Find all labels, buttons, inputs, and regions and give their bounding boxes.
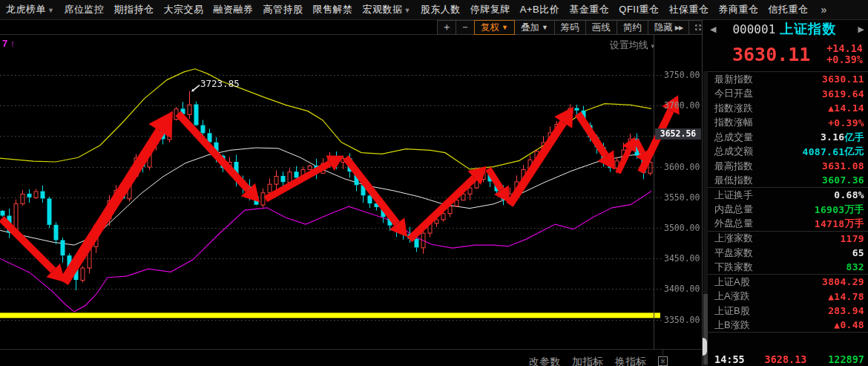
chart-toolbar: ＋－复权▼叠加▼筹码画线简约隐藏▶▶	[438, 20, 708, 35]
stat-value: 283.94	[828, 305, 864, 316]
toolbar-button[interactable]: 叠加▼	[514, 20, 555, 35]
toolbar-button[interactable]: 复权▼	[474, 20, 515, 35]
menu-item[interactable]: A+B比价	[520, 3, 559, 16]
tick-row: 14:553628.13122897	[708, 352, 868, 366]
menu-item[interactable]: 融资融券	[213, 3, 253, 16]
price-change-pct: +0.39%	[826, 54, 863, 65]
menu-item[interactable]: 高管持股	[263, 3, 303, 16]
menu-item[interactable]: 限售解禁	[312, 3, 352, 16]
menu-item[interactable]: 停牌复牌	[470, 3, 510, 16]
chevron-down-icon: ▼	[502, 24, 508, 31]
stat-value: 832	[846, 261, 864, 272]
stat-value: 3.16	[821, 131, 845, 143]
stat-value: 4087.61	[803, 146, 845, 157]
toolbar-button[interactable]: 筹码	[554, 20, 586, 35]
stock-app-window: 龙虎榜单▼席位监控期指持仓大宗交易融资融券高管持股限售解禁宏观数据▼股东人数停牌…	[0, 0, 868, 366]
candlestick-chart-panel: 3750.003700.003650.003600.003550.003500.…	[0, 35, 702, 349]
axis-tick-label: 3500.00	[664, 223, 707, 233]
stat-row: 上涨家数1179	[708, 232, 868, 246]
ma-settings-button[interactable]: 设置均线 ▾	[610, 39, 654, 52]
axis-tick-label: 3600.00	[664, 162, 707, 172]
menu-item[interactable]: QFII重仓	[619, 3, 659, 16]
stat-label: 上证换手	[714, 189, 753, 202]
stat-row: 上证B股283.94	[708, 304, 868, 318]
current-price-tag: 3652.56	[655, 128, 701, 140]
stat-label: 上B涨跌	[714, 318, 750, 332]
indicator-action[interactable]: 改参数	[529, 356, 560, 366]
buy-signal-marker: 7 ↑	[2, 38, 15, 49]
stat-value: 65	[852, 247, 864, 258]
tick-price: 3628.13	[753, 353, 818, 365]
stat-row: 指数涨幅+0.39%	[708, 116, 868, 131]
indicator-action[interactable]: 加指标	[572, 356, 603, 366]
last-price: 3630.11	[732, 44, 810, 65]
toolbar-button-label: 简约	[623, 22, 642, 34]
stat-unit: 亿手	[844, 131, 864, 144]
stat-row: 总成交额4087.61亿元	[708, 145, 868, 160]
stat-value: 3619.64	[822, 88, 864, 99]
menu-item[interactable]: 券商重仓	[719, 3, 759, 16]
stat-value: 16903	[815, 204, 845, 215]
stat-label: 上证B股	[714, 304, 750, 318]
price-change: +14.14	[826, 43, 863, 54]
stat-label: 总成交额	[714, 145, 753, 158]
menu-item[interactable]: 大宗交易	[163, 3, 203, 16]
toolbar-button-label: －	[460, 21, 470, 34]
stat-value: ▲14.14	[828, 102, 864, 114]
stat-label: 最高指数	[714, 160, 753, 173]
tick-time: 14:55	[714, 353, 753, 365]
quote-panel: ◀ 000001 上证指数 ▶ 3630.11 +14.14 +0.39% 最新…	[702, 20, 868, 366]
stat-label: 总成交量	[714, 131, 753, 144]
stat-label: 上证A股	[714, 275, 750, 289]
stat-row: 指数涨跌▲14.14	[708, 101, 868, 116]
menu-item[interactable]: 信托重仓	[769, 3, 809, 16]
menu-item[interactable]: 基金重仓	[569, 3, 609, 16]
next-stock-arrow[interactable]: ▶	[858, 24, 864, 34]
toolbar-button-label: 叠加	[521, 22, 539, 34]
stat-label: 平盘家数	[714, 246, 753, 260]
bottom-bar-divider	[662, 350, 663, 366]
stat-value: 1179	[840, 233, 864, 244]
stat-value: 3630.11	[822, 73, 864, 85]
stat-label: 上涨家数	[714, 232, 753, 245]
menu-item[interactable]: 席位监控	[64, 3, 104, 16]
menu-item[interactable]: 宏观数据▼	[362, 3, 410, 16]
toolbar-button[interactable]: ＋	[437, 20, 456, 35]
toolbar-button[interactable]: －	[456, 20, 475, 35]
toolbar-button[interactable]: 简约	[617, 20, 648, 35]
menu-more-button[interactable]: »	[821, 4, 827, 16]
price-summary: 3630.11 +14.14 +0.39%	[703, 39, 868, 69]
axis-tick-label: 3450.00	[664, 253, 707, 264]
menu-item[interactable]: 期指持仓	[114, 3, 154, 16]
prev-stock-arrow[interactable]: ◀	[710, 24, 716, 34]
stat-label: 指数涨跌	[714, 102, 753, 115]
axis-tick-label: 3700.00	[664, 100, 707, 111]
menu-item[interactable]: 股东人数	[421, 3, 461, 16]
stats-rows: 最新指数3630.11今日开盘3619.64指数涨跌▲14.14指数涨幅+0.3…	[708, 71, 868, 333]
panel-collapse-handle[interactable]	[703, 338, 707, 356]
indicator-action[interactable]: 换指标	[615, 356, 646, 366]
stat-value: 0.68%	[834, 189, 864, 200]
stat-row: 最低指数3607.36	[708, 174, 868, 189]
stat-label: 外盘总量	[714, 217, 753, 230]
toolbar-button-label: 隐藏	[654, 22, 673, 34]
tick-list: 14:553628.13122897:253628.76225288	[708, 352, 868, 366]
toolbar-button-label: ＋	[441, 21, 452, 34]
stat-unit: 万手	[844, 217, 864, 230]
stat-row: 总成交量3.16亿手	[708, 130, 868, 145]
menu-item[interactable]: 龙虎榜单▼	[6, 3, 54, 16]
stat-label: 上A涨跌	[714, 290, 750, 303]
stat-unit: 万手	[844, 203, 864, 216]
stat-row: 最高指数3631.08	[708, 159, 868, 174]
toolbar-button-label: 筹码	[561, 22, 579, 34]
menu-item[interactable]: 社保重仓	[669, 3, 709, 16]
tick-volume: 122897	[818, 353, 864, 365]
chevron-down-icon: ▼	[404, 7, 410, 14]
toolbar-button[interactable]: 隐藏▶▶	[648, 20, 689, 35]
toolbar-button-label: 复权	[481, 22, 499, 34]
double-arrow-icon: ▶▶	[675, 24, 683, 31]
stat-value: ▲14.78	[828, 291, 864, 302]
toolbar-button[interactable]: 画线	[585, 20, 617, 35]
candlestick-chart-canvas[interactable]	[0, 35, 702, 349]
stat-row: 最新指数3630.11	[708, 72, 868, 87]
